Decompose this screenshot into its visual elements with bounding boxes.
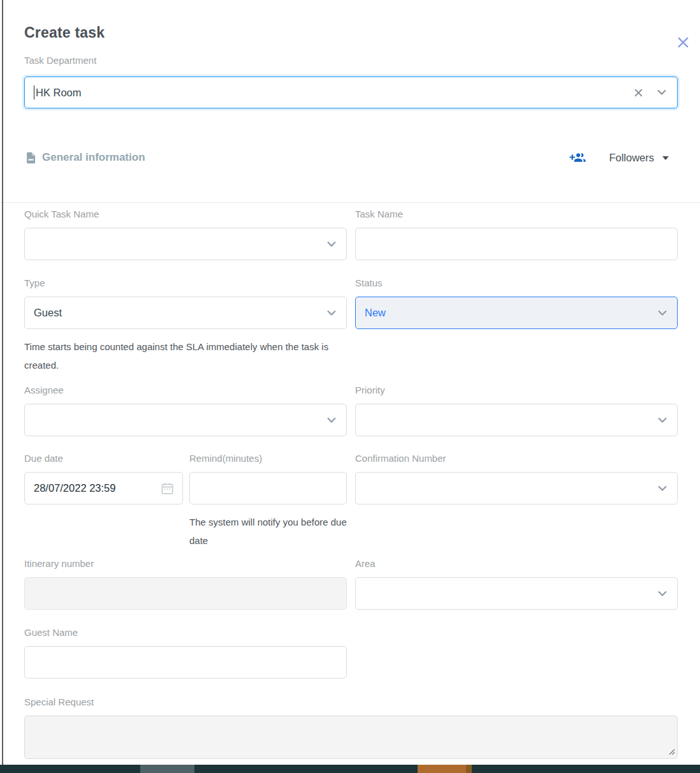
chevron-down-icon [656, 414, 669, 427]
area-select[interactable] [355, 577, 678, 610]
itinerary-number-label: Itinerary number [24, 558, 347, 570]
chevron-down-icon [325, 238, 338, 251]
type-value: Guest [34, 307, 62, 319]
special-request-label: Special Request [24, 696, 678, 708]
background-page-strip [0, 765, 700, 773]
window-edge-line [2, 0, 3, 765]
quick-task-name-label: Quick Task Name [24, 209, 347, 220]
document-icon [24, 151, 38, 165]
task-department-combobox[interactable]: HK Room [24, 77, 678, 108]
person-add-icon [568, 150, 587, 166]
priority-select[interactable] [355, 404, 678, 436]
area-label: Area [355, 558, 678, 570]
task-name-input[interactable] [355, 228, 678, 260]
priority-label: Priority [355, 385, 678, 396]
guest-name-label: Guest Name [24, 627, 347, 638]
chevron-down-icon [656, 482, 669, 495]
status-label: Status [355, 277, 678, 289]
assignee-label: Assignee [24, 385, 347, 396]
section-divider [0, 202, 700, 203]
chevron-down-icon [325, 414, 338, 427]
add-followers-button[interactable] [568, 150, 587, 166]
type-label: Type [24, 277, 347, 289]
background-segment-orange-dark [466, 765, 472, 773]
clear-x-icon [632, 87, 645, 99]
type-helper-text: Time starts being counted against the SL… [24, 337, 347, 374]
due-date-picker[interactable]: 28/07/2022 23:59 [24, 472, 183, 504]
assignee-select[interactable] [24, 404, 347, 436]
followers-label: Followers [609, 152, 654, 164]
calendar-icon [160, 481, 175, 496]
due-date-value: 28/07/2022 23:59 [34, 482, 115, 494]
clear-button[interactable] [632, 87, 645, 99]
text-cursor [34, 85, 34, 99]
section-title: General information [42, 151, 145, 164]
create-task-modal: Create task Task Department HK Room Gene… [0, 24, 700, 759]
caret-down-icon [662, 156, 669, 160]
chevron-down-icon [655, 86, 668, 99]
status-select[interactable]: New [355, 297, 678, 329]
followers-dropdown[interactable]: Followers [609, 152, 669, 164]
remind-helper-text: The system will notify you before due da… [189, 513, 347, 550]
due-date-label: Due date [24, 453, 183, 464]
confirmation-number-select[interactable] [355, 472, 678, 504]
close-icon [676, 35, 690, 50]
close-button[interactable] [674, 33, 692, 51]
chevron-down-icon [656, 587, 669, 600]
itinerary-number-input [24, 577, 347, 610]
status-value: New [365, 307, 386, 319]
task-department-label: Task Department [24, 55, 678, 66]
department-dropdown-toggle[interactable] [655, 86, 668, 99]
type-select[interactable]: Guest [24, 297, 347, 329]
task-department-value: HK Room [36, 87, 82, 99]
background-segment-orange [418, 765, 466, 773]
task-name-label: Task Name [355, 209, 678, 220]
remind-input[interactable] [189, 472, 347, 504]
chevron-down-icon [325, 307, 338, 320]
quick-task-name-select[interactable] [24, 228, 347, 260]
general-information-header: General information [24, 151, 145, 165]
resize-grip-icon[interactable] [667, 747, 675, 755]
page-title: Create task [24, 24, 678, 41]
remind-label: Remind(minutes) [189, 453, 347, 464]
background-segment-light [140, 765, 194, 773]
chevron-down-icon [656, 307, 669, 320]
special-request-textarea[interactable] [24, 716, 678, 759]
guest-name-input[interactable] [24, 646, 347, 679]
confirmation-number-label: Confirmation Number [355, 453, 678, 464]
